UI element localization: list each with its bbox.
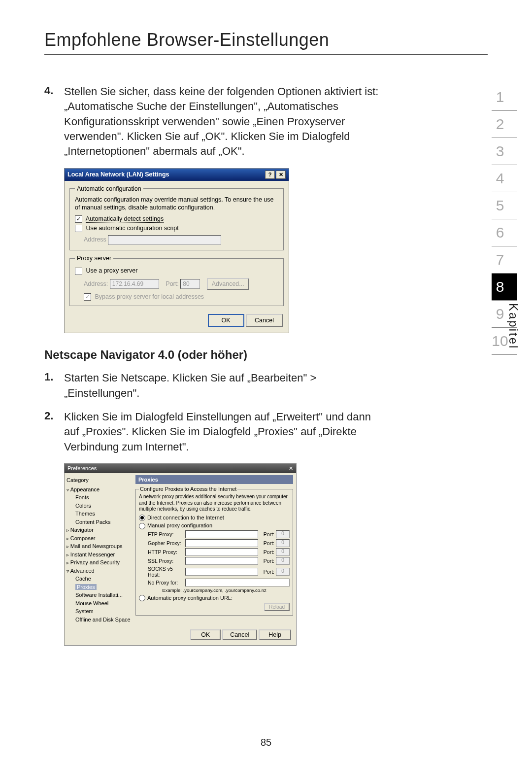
tree-privacy[interactable]: Privacy and Security xyxy=(66,558,131,567)
chapter-nav: 1 2 3 4 5 6 7 8 9 10 Kapitel xyxy=(478,84,517,355)
tree-colors[interactable]: Colors xyxy=(66,502,131,510)
step-4: 4. Stellen Sie sicher, dass keine der fo… xyxy=(44,84,379,159)
ftp-label: FTP Proxy: xyxy=(148,531,185,537)
auto-config-text: Automatic configuration may override man… xyxy=(75,196,278,212)
reload-button[interactable]: Reload xyxy=(264,603,290,611)
category-header: Category xyxy=(66,476,131,485)
proxy-group: Proxy server Use a proxy server Address:… xyxy=(69,254,284,306)
use-proxy-checkbox[interactable] xyxy=(75,268,82,275)
tree-advanced[interactable]: Advanced xyxy=(66,567,131,575)
tree-cache[interactable]: Cache xyxy=(66,575,131,583)
address-label: Address xyxy=(84,236,106,243)
port-label: Port: xyxy=(258,540,276,546)
lan-title: Local Area Network (LAN) Settings xyxy=(67,171,169,178)
autourl-radio[interactable] xyxy=(139,595,145,601)
ok-button[interactable]: OK xyxy=(190,629,221,640)
tree-fonts[interactable]: Fonts xyxy=(66,493,131,502)
tree-mouse[interactable]: Mouse Wheel xyxy=(66,599,131,608)
ftp-field[interactable] xyxy=(185,530,258,538)
auto-config-group: Automatic configuration Automatic config… xyxy=(69,185,284,250)
chapter-2[interactable]: 2 xyxy=(492,111,517,138)
tree-composer[interactable]: Composer xyxy=(66,534,131,543)
lan-titlebar: Local Area Network (LAN) Settings ? ✕ xyxy=(65,169,289,181)
use-script-checkbox[interactable] xyxy=(75,225,82,232)
gopher-label: Gopher Proxy: xyxy=(148,540,185,546)
proxy-blurb: A network proxy provides additional secu… xyxy=(139,494,290,513)
autourl-field[interactable] xyxy=(148,603,261,611)
page-number: 85 xyxy=(0,737,532,748)
tree-appearance[interactable]: Appearance xyxy=(66,485,131,494)
direct-radio[interactable] xyxy=(139,515,145,521)
step-text: Starten Sie Netscape. Klicken Sie auf „B… xyxy=(64,371,379,401)
ftp-port[interactable]: 0 xyxy=(276,530,290,538)
direct-label: Direct connection to the Internet xyxy=(147,515,224,520)
chapter-4[interactable]: 4 xyxy=(492,165,517,192)
help-button[interactable]: Help xyxy=(259,629,291,640)
tree-offline[interactable]: Offline and Disk Space xyxy=(66,616,131,624)
tree-software[interactable]: Software Installati... xyxy=(66,591,131,599)
ssl-field[interactable] xyxy=(185,557,258,565)
chapter-3[interactable]: 3 xyxy=(492,138,517,165)
manual-radio[interactable] xyxy=(139,523,145,529)
lan-dialog: Local Area Network (LAN) Settings ? ✕ Au… xyxy=(64,168,289,334)
gopher-port[interactable]: 0 xyxy=(276,539,290,547)
close-icon[interactable]: ✕ xyxy=(276,171,286,179)
cancel-button[interactable]: Cancel xyxy=(246,314,283,327)
help-button[interactable]: ? xyxy=(265,171,275,179)
cancel-button[interactable]: Cancel xyxy=(222,629,257,640)
port-label: Port: xyxy=(258,549,276,555)
use-script-label: Use automatic configuration script xyxy=(86,225,178,232)
panel-heading: Proxies xyxy=(135,475,293,484)
close-icon[interactable]: ✕ xyxy=(289,465,293,472)
autourl-label: Automatic proxy configuration URL: xyxy=(147,595,233,601)
proxies-panel: Proxies Configure Proxies to Access the … xyxy=(133,473,296,626)
tree-system[interactable]: System xyxy=(66,607,131,616)
advanced-button[interactable]: Advanced... xyxy=(207,278,249,290)
category-tree: Category Appearance Fonts Colors Themes … xyxy=(65,473,133,626)
chapter-label: Kapitel xyxy=(506,303,520,349)
chapter-6[interactable]: 6 xyxy=(492,219,517,246)
tree-navigator[interactable]: Navigator xyxy=(66,526,131,534)
chapter-7[interactable]: 7 xyxy=(492,246,517,274)
netscape-heading: Netscape Navigator 4.0 (oder höher) xyxy=(44,348,488,362)
chapter-1[interactable]: 1 xyxy=(492,84,517,111)
page-title: Empfohlene Browser-Einstellungen xyxy=(44,30,488,50)
socks-field[interactable] xyxy=(185,568,258,576)
netscape-step-1: 1. Starten Sie Netscape. Klicken Sie auf… xyxy=(44,371,379,401)
http-label: HTTP Proxy: xyxy=(148,549,185,555)
http-port[interactable]: 0 xyxy=(276,548,290,556)
proxy-port-label: Port: xyxy=(166,280,178,287)
tree-mail[interactable]: Mail and Newsgroups xyxy=(66,542,131,551)
port-label: Port: xyxy=(258,531,276,537)
prefs-title: Preferences xyxy=(67,465,97,472)
chapter-5[interactable]: 5 xyxy=(492,192,517,219)
step-number: 1. xyxy=(44,371,64,401)
http-field[interactable] xyxy=(185,548,258,556)
ok-button[interactable]: OK xyxy=(208,314,244,327)
tree-themes[interactable]: Themes xyxy=(66,510,131,518)
noproxy-field[interactable] xyxy=(185,579,290,587)
ssl-port[interactable]: 0 xyxy=(276,557,290,565)
gopher-field[interactable] xyxy=(185,539,258,547)
tree-content-packs[interactable]: Content Packs xyxy=(66,518,131,526)
tree-proxies[interactable]: Proxies xyxy=(75,584,97,590)
title-rule xyxy=(44,54,488,55)
bypass-label: Bypass proxy server for local addresses xyxy=(95,293,204,300)
chapter-8[interactable]: 8 xyxy=(492,274,517,301)
port-label: Port: xyxy=(258,569,276,575)
netscape-step-2: 2. Klicken Sie im Dialogfeld Einstellung… xyxy=(44,410,379,454)
tree-im[interactable]: Instant Messenger xyxy=(66,551,131,559)
step-text: Klicken Sie im Dialogfeld Einstellungen … xyxy=(64,410,379,454)
prefs-dialog: Preferences ✕ Category Appearance Fonts … xyxy=(64,463,297,646)
step-text: Stellen Sie sicher, dass keine der folge… xyxy=(64,84,379,159)
ssl-label: SSL Proxy: xyxy=(148,558,185,564)
auto-detect-checkbox[interactable] xyxy=(75,215,82,223)
auto-config-legend: Automatic configuration xyxy=(75,185,143,193)
proxy-port-field: 80 xyxy=(180,279,200,289)
step-number: 4. xyxy=(44,84,64,159)
noproxy-label: No Proxy for: xyxy=(148,580,185,586)
example-text: Example: .yourcompany.com, .yourcompany.… xyxy=(139,587,290,593)
address-field xyxy=(108,235,221,245)
use-proxy-label: Use a proxy server xyxy=(86,267,137,274)
socks-port[interactable]: 0 xyxy=(276,568,290,576)
